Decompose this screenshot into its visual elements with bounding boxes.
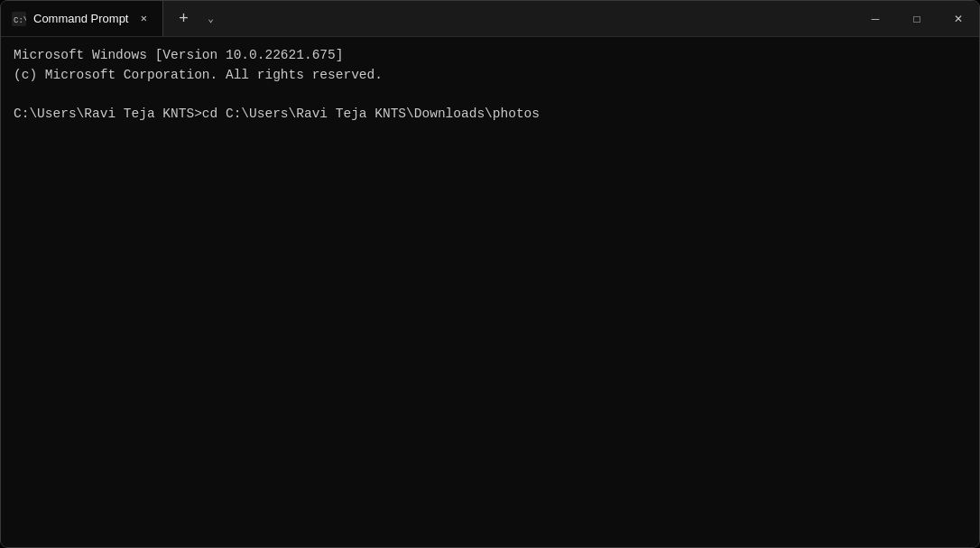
terminal-line-1: Microsoft Windows [Version 10.0.22621.67…	[14, 46, 966, 66]
terminal-line-2: (c) Microsoft Corporation. All rights re…	[14, 66, 966, 86]
terminal-window: C:\ Command Prompt ✕ + ⌄ ─ □ ✕ Microsoft…	[0, 0, 980, 548]
svg-text:C:\: C:\	[14, 16, 26, 25]
terminal-line-3	[14, 86, 966, 106]
cmd-icon: C:\	[12, 12, 26, 26]
minimize-button[interactable]: ─	[855, 1, 896, 36]
dropdown-button[interactable]: ⌄	[199, 6, 221, 32]
tab-controls: + ⌄	[163, 1, 228, 36]
title-bar: C:\ Command Prompt ✕ + ⌄ ─ □ ✕	[1, 1, 979, 37]
maximize-button[interactable]: □	[896, 1, 938, 36]
window-controls: ─ □ ✕	[855, 1, 979, 36]
close-button[interactable]: ✕	[938, 1, 979, 36]
new-tab-button[interactable]: +	[171, 6, 196, 32]
terminal-body[interactable]: Microsoft Windows [Version 10.0.22621.67…	[1, 37, 979, 547]
tab-close-button[interactable]: ✕	[135, 11, 152, 27]
active-tab[interactable]: C:\ Command Prompt ✕	[1, 1, 163, 36]
tab-title: Command Prompt	[33, 12, 128, 25]
tab-area: C:\ Command Prompt ✕ + ⌄	[1, 1, 428, 36]
terminal-line-4: C:\Users\Ravi Teja KNTS>cd C:\Users\Ravi…	[14, 105, 966, 125]
